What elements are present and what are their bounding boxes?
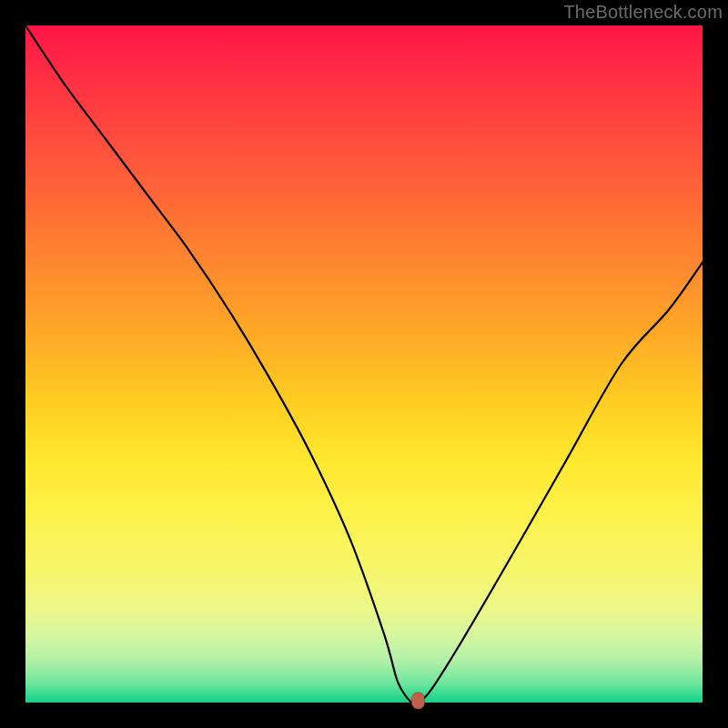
watermark-text: TheBottleneck.com xyxy=(563,2,723,23)
chart-frame: TheBottleneck.com xyxy=(0,0,728,728)
bottleneck-curve xyxy=(25,25,703,704)
minimum-marker xyxy=(412,693,425,709)
plot-svg xyxy=(25,25,703,703)
plot-area xyxy=(25,25,703,703)
